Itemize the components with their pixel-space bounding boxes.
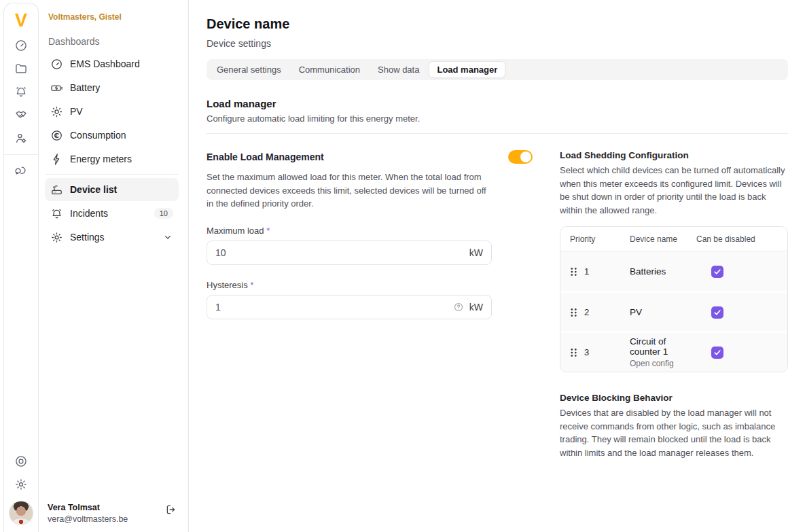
- company-name: Voltmasters, Gistel: [48, 12, 188, 22]
- device-name: Batteries: [630, 266, 696, 277]
- gauge-icon[interactable]: [14, 39, 28, 52]
- gauge-icon: [50, 58, 63, 71]
- can-be-disabled-checkbox[interactable]: [711, 306, 723, 319]
- sidebar-item-battery[interactable]: Battery: [45, 76, 179, 99]
- page-subtitle: Device settings: [207, 38, 788, 49]
- sidebar-item-label: Device list: [70, 184, 117, 195]
- user-email: vera@voltmasters.be: [48, 514, 128, 524]
- section-divider: [207, 133, 788, 134]
- hysteresis-input-box: kW: [207, 295, 492, 319]
- tab-load-manager[interactable]: Load manager: [429, 61, 505, 78]
- table-row: 1 Batteries: [560, 251, 787, 291]
- table-row: 3 Circuit of counter 1 Open config: [560, 332, 787, 372]
- hysteresis-input[interactable]: [215, 302, 448, 313]
- blocking-behavior-section: Device Blocking Behavior Devices that ar…: [560, 393, 788, 459]
- sidebar-item-ems-dashboard[interactable]: EMS Dashboard: [45, 52, 179, 75]
- max-load-label: Maximum load *: [207, 226, 492, 236]
- user-block: Vera Tolmsat vera@voltmasters.be: [48, 503, 128, 524]
- sidebar-section-label: Dashboards: [48, 36, 188, 47]
- sidebar-item-label: Energy meters: [70, 154, 132, 164]
- incidents-count-badge: 10: [154, 208, 173, 219]
- sidebar-divider: [45, 174, 179, 175]
- tab-communication[interactable]: Communication: [291, 61, 368, 78]
- priority-number: 2: [584, 307, 589, 317]
- drag-handle-icon[interactable]: [570, 266, 577, 277]
- max-load-input-box: kW: [207, 241, 492, 265]
- col-header-priority: Priority: [570, 234, 630, 244]
- folder-icon[interactable]: [14, 62, 28, 75]
- col-header-can-be-disabled: Can be disabled: [696, 234, 778, 244]
- gear-icon[interactable]: [14, 478, 28, 491]
- user-avatar[interactable]: [9, 501, 33, 525]
- can-be-disabled-checkbox[interactable]: [711, 266, 723, 278]
- check-icon: [713, 268, 721, 276]
- tab-general-settings[interactable]: General settings: [209, 61, 289, 78]
- enable-load-toggle[interactable]: [508, 150, 533, 164]
- enable-load-description: Set the maximum allowed load for this me…: [207, 171, 495, 211]
- max-load-field: Maximum load * kW: [207, 226, 492, 265]
- required-mark: *: [266, 226, 270, 236]
- device-name: Circuit of counter 1: [630, 336, 696, 357]
- sidebar-item-label: Settings: [70, 232, 105, 243]
- handshake-icon[interactable]: [14, 108, 28, 122]
- icon-rail: V: [3, 3, 39, 532]
- max-load-input[interactable]: [215, 247, 464, 258]
- battery-charge-icon: [50, 82, 63, 94]
- check-icon: [713, 308, 721, 317]
- alarm-bell-icon[interactable]: [14, 85, 28, 99]
- hysteresis-label: Hysteresis *: [207, 280, 492, 290]
- gear-icon: [50, 231, 63, 244]
- chat-bubbles-icon[interactable]: [14, 164, 28, 178]
- user-name: Vera Tolmsat: [48, 503, 128, 512]
- sidebar-item-incidents[interactable]: Incidents 10: [45, 202, 179, 225]
- load-settings-column: Enable Load Management Set the maximum a…: [207, 150, 533, 459]
- col-header-device-name: Device name: [630, 234, 696, 244]
- enable-load-label: Enable Load Management: [207, 152, 324, 162]
- section-header: Load manager Configure automatic load li…: [207, 98, 788, 124]
- hysteresis-field: Hysteresis * kW: [207, 280, 492, 319]
- user-gear-icon[interactable]: [14, 131, 28, 145]
- blocking-title: Device Blocking Behavior: [560, 393, 788, 403]
- table-row: 2 PV: [560, 291, 787, 332]
- app-root: V Voltmasters, Gistel Das: [0, 0, 805, 532]
- sidebar-item-label: Consumption: [70, 130, 126, 141]
- priority-number: 3: [584, 347, 589, 357]
- help-circle-icon[interactable]: [453, 302, 464, 313]
- blocking-description: Devices that are disabled by the load ma…: [560, 406, 788, 459]
- rail-divider: [3, 154, 39, 155]
- drag-handle-icon[interactable]: [570, 347, 577, 358]
- logout-icon[interactable]: [165, 503, 177, 516]
- alarm-bell-icon: [50, 207, 63, 220]
- drag-handle-icon[interactable]: [570, 307, 577, 318]
- table-header-row: Priority Device name Can be disabled: [560, 227, 787, 251]
- help-buoy-icon[interactable]: [14, 455, 28, 468]
- sidebar-item-pv[interactable]: PV: [45, 100, 179, 123]
- brand-logo[interactable]: V: [15, 12, 27, 29]
- tab-bar: General settings Communication Show data…: [207, 59, 788, 80]
- max-load-unit: kW: [469, 247, 483, 258]
- sidebar-item-label: Incidents: [70, 208, 108, 219]
- check-icon: [713, 349, 721, 357]
- sidebar-item-settings[interactable]: Settings: [45, 226, 179, 249]
- main-content: Device name Device settings General sett…: [189, 0, 805, 532]
- sidebar-item-energy-meters[interactable]: Energy meters: [45, 147, 179, 171]
- chevron-down-icon: [162, 232, 173, 243]
- sidebar-item-label: PV: [70, 106, 83, 117]
- section-description: Configure automatic load limiting for th…: [207, 113, 788, 124]
- shedding-description: Select which child devices can be turned…: [560, 164, 788, 217]
- euro-circle-icon: [50, 129, 63, 142]
- sidebar-item-consumption[interactable]: Consumption: [45, 124, 179, 147]
- priority-table: Priority Device name Can be disabled 1 B…: [560, 226, 788, 372]
- can-be-disabled-checkbox[interactable]: [711, 347, 723, 359]
- device-name: PV: [630, 307, 696, 317]
- sidebar-item-label: EMS Dashboard: [70, 58, 140, 69]
- router-icon: [50, 183, 63, 196]
- sidebar-item-device-list[interactable]: Device list: [45, 178, 179, 201]
- priority-number: 1: [584, 266, 589, 277]
- shedding-title: Load Shedding Configuration: [560, 150, 788, 160]
- tab-show-data[interactable]: Show data: [370, 61, 427, 78]
- load-shedding-column: Load Shedding Configuration Select which…: [560, 150, 788, 459]
- section-title: Load manager: [207, 98, 788, 109]
- open-config-link[interactable]: Open config: [630, 359, 696, 368]
- sidebar-item-label: Battery: [70, 82, 100, 93]
